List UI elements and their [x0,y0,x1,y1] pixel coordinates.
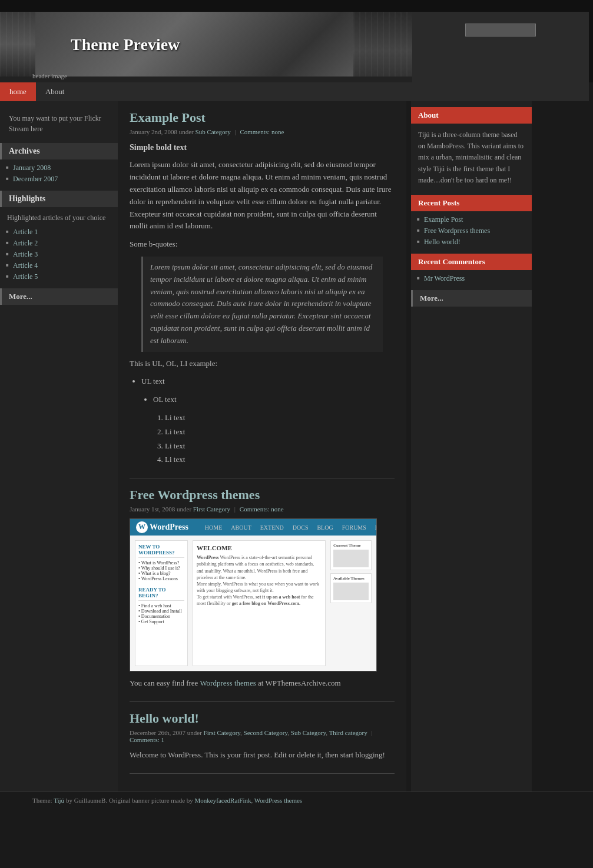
wp-left-item: • What is WordPress? [138,560,184,566]
wp-left-item: • What is a blog? [138,571,184,576]
list-item: December 2007 [0,174,118,185]
archives-heading: Archives [0,143,118,159]
post-title-example: Example Post [130,110,395,125]
post-subheading: Simple bold text [130,141,395,154]
post-hello-text: Welcome to WordPress. This is your first… [130,749,395,761]
post-hello-world: Hello world! December 26th, 2007 under F… [130,711,395,761]
list-item: Article 2 [0,238,118,249]
wp-nav-links: HOME ABOUT EXTEND DOCS BLOG FORUMS HOSTI… [205,524,377,531]
flickr-section: You may want to put your Flickr Stream h… [0,107,118,140]
nav-item-about[interactable]: About [36,82,74,101]
post-divider-1 [130,478,395,478]
footer-wp-themes-link[interactable]: WordPress themes [254,797,302,804]
post-free-wp: Free Wordpress themes January 1st, 2008 … [130,487,395,690]
wp-main-content: WELCOME WordPress WordPress is a state-o… [193,540,326,666]
nav-item-home[interactable]: home [0,82,36,101]
post-title-link-example[interactable]: Example Post [130,110,206,125]
archive-jan-2008-link[interactable]: January 2008 [13,164,51,172]
post-category-link[interactable]: Sub Category [196,128,231,135]
wp-content-area: NEW TO WORDPRESS? • What is WordPress? •… [130,536,376,671]
right-sidebar: About Tijú is a three-column theme based… [411,101,532,791]
list-item: OL text [153,394,395,406]
list-item: January 2008 [0,162,118,174]
wp-nav-home: HOME [205,524,222,531]
post-category-link-3d[interactable]: Third category [329,729,367,736]
wp-left-item: • Why should I use it? [138,566,184,571]
post-category-link-3b[interactable]: Second Category [244,729,288,736]
article-1-link[interactable]: Article 1 [13,228,38,236]
post-comments-link[interactable]: Comments: none [240,128,284,135]
header-search-area [412,12,589,82]
header-image-area: Theme Preview header image [0,12,412,82]
post-date-3: December 26th, 2007 under [130,729,202,736]
article-4-link[interactable]: Article 4 [13,261,38,270]
site-title: Theme Preview [71,35,180,54]
post-image-wp: WordPress HOME ABOUT EXTEND DOCS BLOG FO… [130,518,377,671]
recent-post-link-2[interactable]: Free Wordpress themes [424,227,490,235]
post-comments-link-3[interactable]: Comments: 1 [130,736,164,743]
list-item: Article 1 [0,227,118,238]
post-blockquote: Lorem ipsum dolor sit amet, consectetur … [141,257,383,352]
wp-nav-hosting: HOSTING [375,524,377,531]
wp-widget-available: Available Themes [330,573,372,603]
about-section: About Tijú is a three-column theme based… [411,107,532,189]
article-2-link[interactable]: Article 2 [13,239,38,247]
list-item: UL text [141,375,395,388]
post-comments-link-2[interactable]: Comments: none [240,505,284,513]
wp-left-item: • Get Support [138,619,184,624]
highlights-list: Article 1 Article 2 Article 3 Article 4 … [0,227,118,285]
right-more-section: More... [411,290,532,307]
post-category-link-3c[interactable]: Sub Category [291,729,326,736]
search-input[interactable] [465,24,536,36]
page-header: Theme Preview header image [0,0,593,82]
recent-commentors-section: Recent Commentors Mr WordPress [411,254,532,284]
post-category-link-3a[interactable]: First Category [204,729,241,736]
wp-nav-blog: BLOG [317,524,333,531]
post-body-example: Simple bold text Lorem ipsum dolor sit a… [130,141,395,466]
article-3-link[interactable]: Article 3 [13,250,38,258]
post-category-link-2[interactable]: First Category [193,505,230,513]
list-item: Li text [165,440,395,453]
post-title-link-hello[interactable]: Hello world! [130,711,199,726]
highlights-section: Highlights Highlighted articles of your … [0,191,118,285]
wp-top-bar: WordPress HOME ABOUT EXTEND DOCS BLOG FO… [130,519,376,536]
commentor-link-1[interactable]: Mr WordPress [424,274,465,282]
wp-nav-forums: FORUMS [342,524,366,531]
wp-ready-heading: READY TO BEGIN? [138,587,184,601]
recent-post-link-1[interactable]: Example Post [424,215,463,224]
left-sidebar: You may want to put your Flickr Stream h… [0,101,118,791]
footer-theme-label: Theme: [32,797,52,804]
article-5-link[interactable]: Article 5 [13,272,38,281]
wp-left-nav: NEW TO WORDPRESS? • What is WordPress? •… [135,540,188,666]
list-item: Article 5 [0,271,118,282]
left-more-section: More... [0,288,118,305]
post-divider-3 [130,773,395,774]
archive-dec-2007-link[interactable]: December 2007 [13,175,58,183]
post-divider-2 [130,701,395,702]
wordpress-themes-link[interactable]: Wordpress themes [200,679,256,687]
recent-posts-section: Recent Posts Example Post Free Wordpress… [411,195,532,248]
highlights-description: Highlighted articles of your choice [0,210,118,227]
recent-posts-list: Example Post Free Wordpress themes Hello… [411,214,532,248]
post-meta-hello: December 26th, 2007 under First Category… [130,729,395,743]
main-nav: home About [0,82,412,101]
wp-logo-text: WordPress [150,523,188,532]
wp-left-item: • Download and Install [138,608,184,614]
footer-banner-author-link[interactable]: MonkeyfacedRatFink [195,797,251,804]
post-title-link-free-wp[interactable]: Free Wordpress themes [130,487,260,502]
footer-theme-link[interactable]: Tijú [54,797,64,804]
wp-theme-preview [333,550,369,567]
wp-logo: WordPress [136,521,188,533]
recent-commentors-heading: Recent Commentors [411,254,532,270]
left-more-button[interactable]: More... [0,288,118,305]
wp-left-item: • Find a web host [138,603,184,608]
wp-body-text-3: To get started with WordPress, set it up… [197,594,322,607]
post-paragraph: Lorem ipsum dolor sit amet, consectetur … [130,159,395,232]
recent-post-link-3[interactable]: Hello world! [424,238,461,246]
post-meta-example: January 2nd, 2008 under Sub Category | C… [130,128,395,135]
post-example: Example Post January 2nd, 2008 under Sub… [130,110,395,466]
right-more-button[interactable]: More... [411,290,532,307]
flickr-text: You may want to put your Flickr Stream h… [0,107,118,140]
wp-widget-theme: Current Theme [330,540,372,570]
wp-right-side: Current Theme Available Themes [330,540,372,666]
